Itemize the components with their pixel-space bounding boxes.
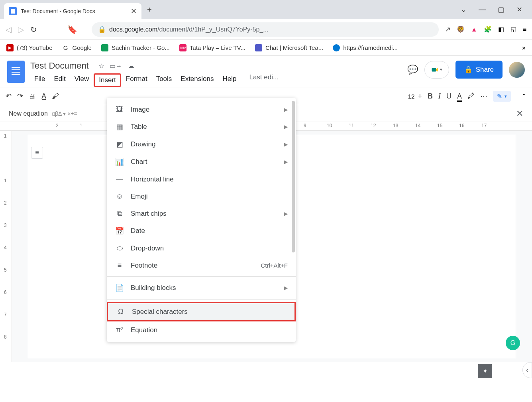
menu-item-date[interactable]: 📅 Date [107,222,296,240]
star-icon[interactable]: ☆ [98,63,104,69]
new-equation-label[interactable]: New equation [9,110,48,117]
outline-toggle[interactable]: ≡ [31,147,43,159]
font-size-control: 12 + [408,92,422,100]
editing-mode-button[interactable]: ✎ ▾ [493,91,511,102]
menu-item-table[interactable]: ▦ Table ▶ [107,118,296,136]
bookmark-icon[interactable]: 🔖 [67,25,77,34]
chart-icon: 📊 [115,158,124,166]
bold-button[interactable]: B [428,92,433,100]
menu-item-footnote[interactable]: ≡ Footnote Ctrl+Alt+F [107,257,296,274]
pencil-icon: ✎ [497,93,502,100]
paint-format-button[interactable]: 🖌 [52,92,59,100]
bookmark-framed[interactable]: https://framedmedi... [333,44,398,51]
extension-badge-icon[interactable]: ▲ [471,26,477,33]
menu-item-emoji[interactable]: ☺ Emoji [107,188,296,205]
back-button[interactable]: ◁ [6,25,12,34]
chevron-down-icon[interactable]: ⌄ [461,5,467,14]
bookmark-tata[interactable]: TATATata Play – Live TV... [179,44,245,51]
forward-button[interactable]: ▷ [18,25,24,34]
last-edit-link[interactable]: Last edi... [249,73,279,87]
menu-format[interactable]: Format [122,73,151,87]
bookmark-youtube[interactable]: ▶(73) YouTube [6,44,53,51]
close-tab-icon[interactable]: ✕ [131,7,137,16]
menu-item-special-characters[interactable]: Ω Special characters [107,302,296,321]
bookmark-google[interactable]: GGoogle [62,44,92,51]
bookmarks-bar: ▶(73) YouTube GGoogle Sachin Tracker - G… [0,40,532,56]
more-button[interactable]: ⋯ [480,92,487,100]
meet-button[interactable]: ▾ [424,61,449,79]
reload-button[interactable]: ↻ [30,25,37,34]
redo-button[interactable]: ↷ [17,92,23,100]
explore-button[interactable]: ✦ [478,364,492,378]
underline-button[interactable]: U [446,92,452,100]
undo-button[interactable]: ↶ [6,92,12,100]
menu-item-building-blocks[interactable]: 📄 Building blocks ▶ [107,279,296,297]
menu-tools[interactable]: Tools [152,73,176,87]
submenu-arrow-icon: ▶ [284,107,288,112]
wallet-icon[interactable]: ◱ [510,26,516,33]
brave-icon[interactable]: 🦁 [457,26,465,33]
menu-item-dropdown[interactable]: ⬭ Drop-down [107,240,296,257]
close-equation-bar[interactable]: ✕ [516,108,523,119]
side-panel-toggle[interactable]: ‹ [522,362,532,378]
nav-extension-icons: ↗ 🦁 ▲ 🧩 ◧ ◱ ≡ [445,26,526,33]
highlight-button[interactable]: 🖍 [467,92,475,100]
footnote-shortcut: Ctrl+Alt+F [261,262,288,269]
bookmark-teams[interactable]: Chat | Microsoft Tea... [255,44,323,51]
grammarly-button[interactable]: G [506,336,520,350]
menu-bar: File Edit View Insert Format Tools Exten… [30,73,402,87]
submenu-arrow-icon: ▶ [284,142,288,147]
browser-tab-strip: Test Document - Google Docs ✕ + ⌄ — ▢ ✕ [0,0,532,19]
user-avatar[interactable] [509,62,525,78]
menu-view[interactable]: View [71,73,93,87]
menu-file[interactable]: File [30,73,49,87]
text-color-button[interactable]: A [457,92,462,100]
document-name[interactable]: Test Document [30,61,89,71]
equation-symbols[interactable]: αβΔ ▾ ×÷≡ [52,110,77,117]
docs-logo[interactable] [7,61,25,83]
print-button[interactable]: 🖨 [29,92,36,100]
spellcheck-button[interactable]: A̲ [41,92,46,100]
cloud-icon[interactable]: ☁ [128,63,134,69]
browser-tab[interactable]: Test Document - Google Docs ✕ [4,3,141,19]
new-tab-button[interactable]: + [147,5,152,14]
bookmark-tracker[interactable]: Sachin Tracker - Go... [101,44,170,51]
menu-extensions[interactable]: Extensions [177,73,218,87]
collapse-toolbar-button[interactable]: ⌃ [521,93,526,100]
menu-icon[interactable]: ≡ [523,26,526,33]
omega-icon: Ω [116,307,126,316]
share-url-icon[interactable]: ↗ [445,26,450,33]
maximize-icon[interactable]: ▢ [498,5,505,14]
calendar-icon: 📅 [115,227,124,235]
menu-separator [107,299,296,300]
menu-insert[interactable]: Insert [94,73,121,87]
font-size-value[interactable]: 12 [408,93,415,100]
menu-item-image[interactable]: 🖼 Image ▶ [107,101,296,118]
bookmarks-overflow[interactable]: » [522,44,526,51]
menu-item-chart[interactable]: 📊 Chart ▶ [107,153,296,171]
menu-item-drawing[interactable]: ◩ Drawing ▶ [107,136,296,153]
panel-icon[interactable]: ◧ [498,26,504,33]
menu-item-equation[interactable]: π² Equation [107,321,296,339]
menu-item-horizontal-line[interactable]: — Horizontal line [107,171,296,188]
drawing-icon: ◩ [115,140,124,149]
blocks-icon: 📄 [115,284,124,292]
tata-icon: TATA [179,44,186,51]
close-window-icon[interactable]: ✕ [516,5,522,14]
extensions-icon[interactable]: 🧩 [484,26,492,33]
move-icon[interactable]: ▭→ [110,63,122,69]
chips-icon: ⧉ [115,209,124,218]
minimize-icon[interactable]: — [479,5,486,14]
menu-help[interactable]: Help [218,73,240,87]
vertical-ruler[interactable]: 1 1 2 3 4 5 6 7 8 [0,131,12,362]
font-size-plus[interactable]: + [418,92,422,100]
menu-item-smart-chips[interactable]: ⧉ Smart chips ▶ [107,205,296,222]
share-button[interactable]: 🔒 Share [455,61,503,79]
dropdown-scrollbar[interactable] [292,101,295,252]
address-bar[interactable]: 🔒 docs.google.com/document/d/1hP_y_UsnQ7… [92,22,439,37]
italic-button[interactable]: I [438,92,441,100]
submenu-arrow-icon: ▶ [284,285,288,291]
comments-icon[interactable]: 💬 [407,65,418,75]
image-icon: 🖼 [115,105,124,114]
menu-edit[interactable]: Edit [50,73,69,87]
